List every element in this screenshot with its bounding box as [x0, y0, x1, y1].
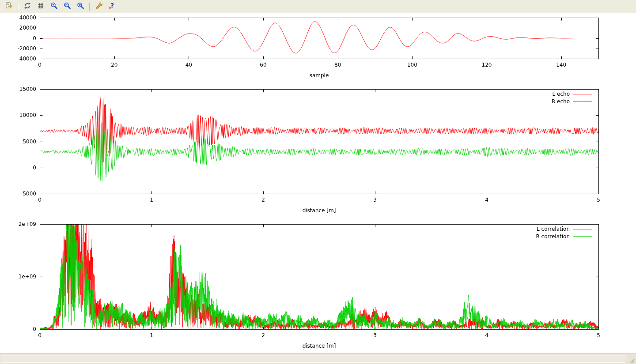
- toolbar: ?: [0, 0, 636, 13]
- waveform-plot[interactable]: [0, 14, 636, 85]
- replot-button[interactable]: [21, 1, 33, 12]
- toolbar-separator: [18, 3, 18, 11]
- help-button[interactable]: ?: [106, 1, 118, 12]
- zoom-next-icon: [63, 2, 71, 11]
- resize-grip[interactable]: [629, 357, 635, 363]
- configure-button[interactable]: [93, 1, 105, 12]
- plot-area: [0, 13, 636, 353]
- status-text: [1, 355, 625, 363]
- grid-icon: [37, 2, 45, 11]
- zoom-previous-button[interactable]: [48, 1, 60, 12]
- toggle-grid-button[interactable]: [34, 1, 46, 12]
- status-bar: [0, 353, 636, 364]
- copy-clipboard-button[interactable]: [3, 1, 15, 12]
- copy-clipboard-icon: [5, 2, 13, 11]
- gnuplot-window: ?: [0, 0, 636, 364]
- replot-icon: [23, 2, 31, 11]
- zoom-next-button[interactable]: [61, 1, 73, 12]
- correlation-plot[interactable]: [0, 221, 636, 353]
- wrench-icon: [95, 2, 103, 11]
- autoscale-button[interactable]: [74, 1, 86, 12]
- zoom-previous-icon: [50, 2, 58, 11]
- svg-text:?: ?: [110, 2, 114, 9]
- toolbar-separator: [89, 3, 90, 11]
- autoscale-icon: [76, 2, 84, 11]
- echo-plot[interactable]: [0, 85, 636, 221]
- help-icon: ?: [108, 2, 116, 11]
